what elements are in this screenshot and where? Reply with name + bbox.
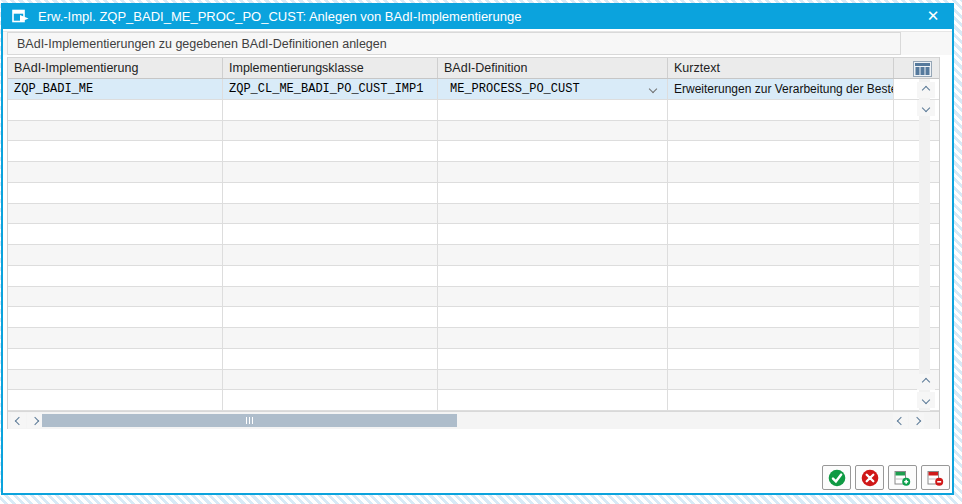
footer-toolbar xyxy=(822,465,950,490)
cell-badi-implementierung[interactable]: ZQP_BADI_ME xyxy=(8,79,223,99)
badi-create-dialog: Erw.-Impl. ZQP_BADI_ME_PROC_PO_CUST: Anl… xyxy=(1,3,954,495)
badi-table: BAdI-Implementierung Implementierungskla… xyxy=(7,57,940,429)
cancel-button[interactable] xyxy=(855,465,884,490)
table-row-empty[interactable] xyxy=(8,287,939,308)
cell-badi-definition[interactable]: ME_PROCESS_PO_CUST xyxy=(438,79,668,99)
table-insert-row-icon xyxy=(894,470,911,486)
green-check-icon xyxy=(828,469,846,487)
horizontal-scrollbar-thumb[interactable] xyxy=(42,414,457,427)
column-header-badi-definition[interactable]: BAdI-Definition xyxy=(438,58,668,78)
table-row-empty[interactable] xyxy=(8,307,939,328)
table-row-empty[interactable] xyxy=(8,183,939,204)
table-header-row: BAdI-Implementierung Implementierungskla… xyxy=(8,57,939,79)
scroll-left-icon[interactable] xyxy=(11,413,26,428)
table-row-empty[interactable] xyxy=(8,162,939,183)
scroll-up-icon[interactable] xyxy=(917,82,935,98)
table-rows: ZQP_BADI_ME ZQP_CL_ME_BADI_PO_CUST_IMP1 … xyxy=(8,79,939,411)
delete-row-button[interactable] xyxy=(921,465,950,490)
cell-kurztext[interactable]: Erweiterungen zur Verarbeitung der Beste… xyxy=(668,79,894,99)
subtitle-strip: BAdI-Implementierungen zu gegebenen BAdI… xyxy=(3,31,952,55)
confirm-button[interactable] xyxy=(822,465,851,490)
red-x-icon xyxy=(861,469,879,487)
close-icon[interactable]: ✕ xyxy=(923,6,943,26)
column-header-badi-implementierung[interactable]: BAdI-Implementierung xyxy=(8,58,223,78)
table-row-empty[interactable] xyxy=(8,141,939,162)
horizontal-scrollbar[interactable] xyxy=(8,411,939,429)
dropdown-chevron-icon[interactable] xyxy=(649,85,657,93)
table-row-empty[interactable] xyxy=(8,328,939,349)
scroll-up-bottom-icon[interactable] xyxy=(917,374,935,390)
table-delete-row-icon xyxy=(927,470,944,486)
table-row-empty[interactable] xyxy=(8,349,939,370)
dialog-titlebar: Erw.-Impl. ZQP_BADI_ME_PROC_PO_CUST: Anl… xyxy=(3,3,952,29)
scroll-right-right-icon[interactable] xyxy=(909,413,924,428)
table-row-empty[interactable] xyxy=(8,224,939,245)
table-row-empty[interactable] xyxy=(8,100,939,121)
table-row-empty[interactable] xyxy=(8,390,939,411)
table-row-empty[interactable] xyxy=(8,121,939,142)
scroll-down-icon[interactable] xyxy=(917,100,935,116)
scroll-left-right-icon[interactable] xyxy=(893,413,908,428)
dialog-title: Erw.-Impl. ZQP_BADI_ME_PROC_PO_CUST: Anl… xyxy=(38,9,521,24)
scroll-down-bottom-icon[interactable] xyxy=(917,392,935,408)
table-settings-icon[interactable] xyxy=(912,60,933,78)
scroll-right-icon[interactable] xyxy=(27,413,42,428)
cell-implementierungsklasse[interactable]: ZQP_CL_ME_BADI_PO_CUST_IMP1 xyxy=(223,79,438,99)
dialog-subtitle: BAdI-Implementierungen zu gegebenen BAdI… xyxy=(7,32,901,55)
table-row-empty[interactable] xyxy=(8,204,939,225)
dialog-window-icon xyxy=(12,9,30,23)
column-header-implementierungsklasse[interactable]: Implementierungsklasse xyxy=(223,58,438,78)
table-row-empty[interactable] xyxy=(8,245,939,266)
column-header-kurztext[interactable]: Kurztext xyxy=(668,58,894,78)
vertical-scrollbar-track[interactable] xyxy=(919,79,930,411)
table-row-empty[interactable] xyxy=(8,370,939,391)
table-row-selected[interactable]: ZQP_BADI_ME ZQP_CL_ME_BADI_PO_CUST_IMP1 … xyxy=(8,79,939,100)
insert-row-button[interactable] xyxy=(888,465,917,490)
table-row-empty[interactable] xyxy=(8,266,939,287)
